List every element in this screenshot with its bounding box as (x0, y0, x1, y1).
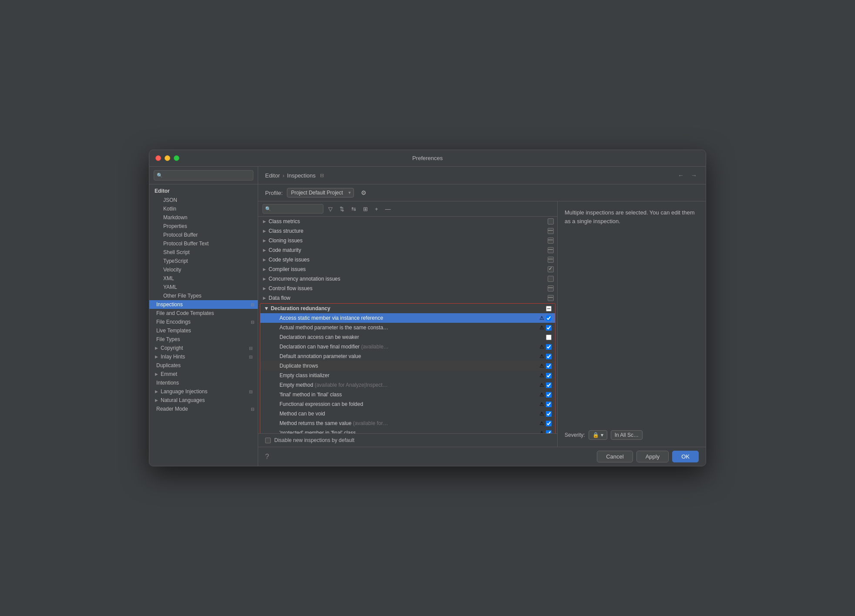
nav-forward-arrow[interactable]: → (689, 171, 699, 180)
footer-actions: ? Cancel Apply OK (258, 447, 706, 466)
profile-gear-button[interactable]: ⚙ (358, 188, 369, 197)
declaration-child-method-returns-same[interactable]: Method returns the same value (available… (260, 418, 555, 428)
sidebar-item-natural-languages[interactable]: ▶ Natural Languages (149, 396, 258, 405)
declaration-redundancy-header[interactable]: ▼ Declaration redundancy (260, 304, 555, 313)
cb-method-void[interactable] (546, 411, 552, 417)
sidebar-item-emmet[interactable]: ▶ Emmet (149, 370, 258, 378)
declaration-child-final-method[interactable]: 'final' method in 'final' class ⚠ (260, 390, 555, 399)
sidebar-item-protocol-buffer[interactable]: Protocol Buffer (149, 231, 258, 239)
severity-section: Severity: 🔒 ▾ In All Sc… (565, 430, 699, 440)
reader-mode-icon-right: ⊟ (251, 407, 254, 412)
remove-button[interactable]: — (383, 205, 393, 213)
cb-class-metrics[interactable] (548, 218, 554, 224)
cb-method-returns-same[interactable] (546, 421, 552, 426)
group-button[interactable]: ⊞ (361, 205, 370, 213)
sidebar-item-json[interactable]: JSON (149, 196, 258, 204)
cb-cloning-issues[interactable] (548, 238, 554, 244)
cb-access-static[interactable] (546, 315, 552, 321)
sidebar-search-input[interactable] (154, 170, 253, 181)
cb-code-maturity[interactable] (548, 247, 554, 253)
add-button[interactable]: + (373, 205, 380, 213)
sidebar-item-file-code-templates[interactable]: File and Code Templates (149, 309, 258, 318)
sort-asc-button[interactable]: ⇅ (337, 205, 347, 213)
declaration-child-functional-expr[interactable]: Functional expression can be folded ⚠ (260, 399, 555, 409)
tree-row-class-structure[interactable]: ▶ Class structure (258, 226, 557, 236)
tree-row-code-maturity[interactable]: ▶ Code maturity (258, 245, 557, 255)
sidebar-item-live-templates[interactable]: Live Templates (149, 326, 258, 335)
sidebar-item-file-encodings[interactable]: File Encodings ⊟ (149, 318, 258, 326)
cb-declaration-redundancy[interactable] (546, 306, 552, 311)
cb-data-flow[interactable] (548, 295, 554, 301)
cb-control-flow[interactable] (548, 285, 554, 291)
sidebar-item-reader-mode[interactable]: Reader Mode ⊟ (149, 405, 258, 413)
declaration-child-method-void[interactable]: Method can be void ⚠ (260, 409, 555, 418)
cb-class-structure[interactable] (548, 228, 554, 234)
tree-row-cloning-issues[interactable]: ▶ Cloning issues (258, 236, 557, 245)
sidebar-item-kotlin[interactable]: Kotlin (149, 204, 258, 213)
sidebar-item-properties[interactable]: Properties (149, 222, 258, 231)
sidebar-item-protocol-buffer-text[interactable]: Protocol Buffer Text (149, 239, 258, 248)
cb-functional-expr[interactable] (546, 402, 552, 407)
cb-empty-class[interactable] (546, 373, 552, 378)
disable-new-inspections-checkbox[interactable] (265, 438, 271, 443)
sidebar-item-velocity[interactable]: Velocity (149, 265, 258, 274)
cancel-button[interactable]: Cancel (597, 451, 633, 462)
tree-row-compiler-issues[interactable]: ▶ Compiler issues (258, 264, 557, 274)
cb-default-annotation[interactable] (546, 354, 552, 359)
tree-row-data-flow[interactable]: ▶ Data flow (258, 293, 557, 303)
declaration-child-protected-member[interactable]: 'protected' member in 'final' class ⚠ (260, 428, 555, 433)
inspections-search-input[interactable] (263, 204, 323, 214)
tree-row-control-flow[interactable]: ▶ Control flow issues (258, 284, 557, 293)
cb-final-modifier[interactable] (546, 344, 552, 350)
sidebar-item-language-injections[interactable]: ▶ Language Injections ⊟ (149, 387, 258, 396)
declaration-child-access-weaker[interactable]: Declaration access can be weaker (260, 332, 555, 342)
help-icon[interactable]: ? (265, 453, 269, 461)
declaration-child-empty-class[interactable]: Empty class initializer ⚠ (260, 371, 555, 380)
cb-duplicate-throws[interactable] (546, 363, 552, 369)
breadcrumb-icon[interactable]: ⊟ (320, 173, 324, 178)
tree-row-code-style-issues[interactable]: ▶ Code style issues (258, 255, 557, 264)
cb-compiler-issues[interactable] (548, 266, 554, 272)
apply-button[interactable]: Apply (636, 451, 669, 462)
sidebar-item-xml[interactable]: XML (149, 274, 258, 283)
cb-empty-method[interactable] (546, 382, 552, 388)
final-method-label: 'final' method in 'final' class (279, 392, 538, 398)
scope-button[interactable]: In All Sc… (611, 430, 643, 440)
cb-protected-member[interactable] (546, 430, 552, 434)
sidebar-item-duplicates[interactable]: Duplicates (149, 361, 258, 370)
severity-button[interactable]: 🔒 ▾ (589, 430, 607, 440)
sidebar-item-typescript[interactable]: TypeScript (149, 257, 258, 265)
nav-back-arrow[interactable]: ← (676, 171, 686, 180)
sidebar-item-shell-script[interactable]: Shell Script (149, 248, 258, 257)
sidebar-item-intentions[interactable]: Intentions (149, 378, 258, 387)
cb-actual-method[interactable] (546, 325, 552, 331)
sidebar-item-copyright[interactable]: ▶ Copyright ⊟ (149, 344, 258, 352)
declaration-child-access-static[interactable]: Access static member via instance refere… (260, 313, 555, 323)
minimize-button[interactable] (165, 155, 170, 161)
close-button[interactable] (155, 155, 161, 161)
sidebar-item-file-types[interactable]: File Types (149, 335, 258, 344)
declaration-child-actual-method[interactable]: Actual method parameter is the same cons… (260, 323, 555, 332)
access-static-warn-icon: ⚠ (539, 315, 544, 321)
declaration-child-duplicate-throws[interactable]: Duplicate throws ⚠ (260, 361, 555, 371)
cb-access-weaker[interactable] (546, 335, 552, 340)
ok-button[interactable]: OK (672, 451, 699, 462)
filter-button[interactable]: ▽ (326, 205, 335, 213)
declaration-child-empty-method[interactable]: Empty method (available for Analyze|Insp… (260, 380, 555, 390)
sidebar-item-inspections[interactable]: Inspections ⊟ (149, 300, 258, 309)
maximize-button[interactable] (174, 155, 179, 161)
sidebar-item-other-file-types[interactable]: Other File Types (149, 291, 258, 300)
cb-final-method[interactable] (546, 392, 552, 398)
duplicate-throws-warn-icon: ⚠ (539, 363, 544, 369)
sidebar-item-markdown[interactable]: Markdown (149, 213, 258, 222)
declaration-child-final-modifier[interactable]: Declaration can have final modifier (ava… (260, 342, 555, 352)
cb-concurrency-annotation[interactable] (548, 276, 554, 282)
tree-row-class-metrics[interactable]: ▶ Class metrics (258, 217, 557, 226)
sort-desc-button[interactable]: ⇆ (349, 205, 358, 213)
sidebar-item-inlay-hints[interactable]: ▶ Inlay Hints ⊟ (149, 352, 258, 361)
declaration-child-default-annotation[interactable]: Default annotation parameter value ⚠ (260, 352, 555, 361)
sidebar-item-yaml[interactable]: YAML (149, 283, 258, 291)
cb-code-style-issues[interactable] (548, 257, 554, 263)
profile-select[interactable]: Project Default Project (287, 188, 354, 198)
tree-row-concurrency-annotation[interactable]: ▶ Concurrency annotation issues (258, 274, 557, 284)
